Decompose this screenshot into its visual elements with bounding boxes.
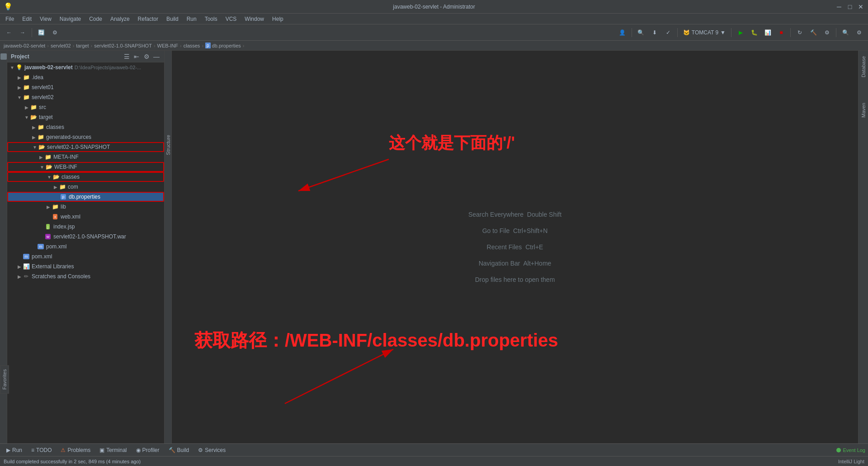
bc-target[interactable]: target [76, 43, 89, 48]
toolbar-back-button[interactable]: ← [3, 26, 15, 39]
tree-item-snapshot[interactable]: ▼ 📂 servlet02-1.0-SNAPSHOT [7, 142, 164, 152]
panel-collapse-button[interactable]: ⇤ [132, 52, 141, 61]
shortcut-goto: Go to File Ctrl+Shift+N [482, 227, 548, 234]
tree-item-idea[interactable]: ▶ 📁 .idea [7, 72, 164, 82]
bc-snapshot[interactable]: servlet02-1.0-SNAPSHOT [94, 43, 152, 48]
event-log-label: Event Log [843, 447, 865, 453]
menu-file[interactable]: File [2, 15, 18, 23]
debug-button[interactable]: 🐛 [748, 26, 760, 39]
tree-item-indexjsp[interactable]: ▶ j index.jsp [7, 222, 164, 232]
bc-servlet02[interactable]: servlet02 [51, 43, 71, 48]
tree-item-servlet01[interactable]: ▶ 📁 servlet01 [7, 82, 164, 92]
tree-item-webinf[interactable]: ▼ 📂 WEB-INF [7, 162, 164, 172]
title-text: javaweb-02-servlet - Administrator [393, 4, 475, 10]
bottom-bar: ▶ Run ≡ TODO ⚠ Problems ▣ Terminal ◉ Pro… [0, 443, 868, 456]
bc-webinf[interactable]: WEB-INF [157, 43, 178, 48]
toolbar-separator-6 [836, 28, 836, 37]
bc-classes[interactable]: classes [184, 43, 200, 48]
toolbar-forward-button[interactable]: → [16, 26, 29, 39]
toolbar-vcs-commit-button[interactable]: ✓ [662, 26, 675, 39]
tab-build[interactable]: 🔨 Build [165, 446, 193, 454]
target-folder-icon: 📂 [30, 114, 37, 121]
structure-sidebar: Structure [165, 51, 172, 443]
properties-file-icon: p [60, 193, 67, 200]
toolbar-reload-button[interactable]: ↻ [793, 26, 806, 39]
toolbar-vcs-update-button[interactable]: ⬇ [648, 26, 661, 39]
tab-run[interactable]: ▶ Run [3, 446, 26, 454]
tree-item-classes2[interactable]: ▼ 📂 classes [7, 172, 164, 182]
tree-item-pom-outer[interactable]: ▶ m pom.xml [7, 252, 164, 262]
maven-tab[interactable]: Maven [860, 101, 867, 119]
tree-item-servlet02[interactable]: ▼ 📁 servlet02 [7, 92, 164, 102]
toolbar-search-button[interactable]: 🔍 [635, 26, 647, 39]
tree-item-metainf[interactable]: ▶ 📁 META-INF [7, 152, 164, 162]
toolbar-search2-button[interactable]: 🔍 [839, 26, 852, 39]
tab-problems[interactable]: ⚠ Problems [57, 446, 94, 454]
menu-run[interactable]: Run [183, 15, 200, 23]
toolbar-sync-button[interactable]: 🔄 [35, 26, 47, 39]
tree-item-src[interactable]: ▶ 📁 src [7, 102, 164, 112]
toolbar: ← → 🔄 ⚙ 👤 🔍 ⬇ ✓ 🐱 TOMCAT 9 ▼ ▶ 🐛 📊 ■ ↻ 🔨… [0, 24, 868, 41]
tree-item-dbproperties[interactable]: ▶ p db.properties [7, 192, 164, 202]
menu-view[interactable]: View [36, 15, 55, 23]
menu-analyze[interactable]: Analyze [107, 15, 133, 23]
menu-refactor[interactable]: Refactor [134, 15, 162, 23]
menu-build[interactable]: Build [163, 15, 182, 23]
toolbar-user-button[interactable]: 👤 [616, 26, 629, 39]
tree-item-war[interactable]: ▶ w servlet02-1.0-SNAPSHOT.war [7, 232, 164, 242]
tab-services[interactable]: ⚙ Services [194, 446, 229, 454]
panel-close-button[interactable]: — [152, 52, 160, 61]
tree-item-scratches[interactable]: ▶ ✏ Scratches and Consoles [7, 271, 164, 281]
panel-gear-button[interactable]: ⚙ [142, 52, 151, 61]
build-label: Build [177, 447, 189, 453]
status-message: Build completed successfully in 2 sec, 8… [4, 459, 141, 464]
tab-terminal[interactable]: ▣ Terminal [96, 446, 130, 454]
title-controls: ─ □ ✕ [835, 3, 864, 10]
build-icon: 🔨 [169, 447, 175, 453]
toolbar-build-button[interactable]: 🔨 [807, 26, 820, 39]
run-with-coverage-button[interactable]: 📊 [761, 26, 774, 39]
toolbar-settings2-button[interactable]: ⚙ [821, 26, 833, 39]
menu-vcs[interactable]: VCS [222, 15, 241, 23]
menu-edit[interactable]: Edit [19, 15, 35, 23]
menu-code[interactable]: Code [85, 15, 106, 23]
tree-item-target[interactable]: ▼ 📂 target [7, 112, 164, 122]
event-log-area[interactable]: Event Log [836, 447, 865, 453]
idea-folder-icon: 📁 [23, 74, 30, 81]
close-button[interactable]: ✕ [857, 3, 864, 10]
run-button[interactable]: ▶ [734, 26, 747, 39]
tree-item-classes[interactable]: ▶ 📁 classes [7, 122, 164, 132]
bc-root[interactable]: javaweb-02-servlet [4, 43, 45, 48]
menu-help[interactable]: Help [269, 15, 287, 23]
project-icon[interactable] [0, 53, 7, 60]
toolbar-settings-button[interactable]: ⚙ [48, 26, 61, 39]
tree-item-generated[interactable]: ▶ 📁 generated-sources [7, 132, 164, 142]
bc-dbproperties[interactable]: p db.properties [205, 43, 241, 48]
menu-navigate[interactable]: Navigate [56, 15, 85, 23]
svg-line-1 [285, 349, 393, 404]
tree-item-pom-inner[interactable]: ▶ m pom.xml [7, 242, 164, 252]
tab-profiler[interactable]: ◉ Profiler [132, 446, 163, 454]
minimize-button[interactable]: ─ [835, 3, 843, 10]
maximize-button[interactable]: □ [846, 3, 854, 10]
favorites-tab[interactable]: Favorites [0, 365, 9, 394]
stop-button[interactable]: ■ [775, 26, 788, 39]
webxml-icon: x [52, 213, 59, 220]
tab-todo[interactable]: ≡ TODO [28, 446, 55, 454]
panel-layout-button[interactable]: ☰ [123, 52, 131, 61]
menu-tools[interactable]: Tools [201, 15, 221, 23]
services-label: Services [205, 447, 226, 453]
tree-item-com[interactable]: ▶ 📁 com [7, 182, 164, 192]
src-folder-icon: 📁 [30, 104, 37, 111]
tree-item-lib[interactable]: ▶ 📁 lib [7, 202, 164, 212]
tree-item-external-libs[interactable]: ▶ 📊 External Libraries [7, 262, 164, 271]
toolbar-gear-button[interactable]: ⚙ [853, 26, 865, 39]
menu-window[interactable]: Window [241, 15, 268, 23]
servlet01-folder-icon: 📁 [23, 84, 30, 91]
tomcat-selector[interactable]: 🐱 TOMCAT 9 ▼ [680, 29, 728, 37]
tree-item-webxml[interactable]: ▶ x web.xml [7, 212, 164, 222]
problems-icon: ⚠ [61, 447, 66, 453]
structure-tab[interactable]: Structure [165, 132, 172, 158]
database-tab[interactable]: Database [860, 54, 867, 79]
tree-item-root[interactable]: ▼ 💡 javaweb-02-servlet D:\IdeaProjects\j… [7, 62, 164, 72]
